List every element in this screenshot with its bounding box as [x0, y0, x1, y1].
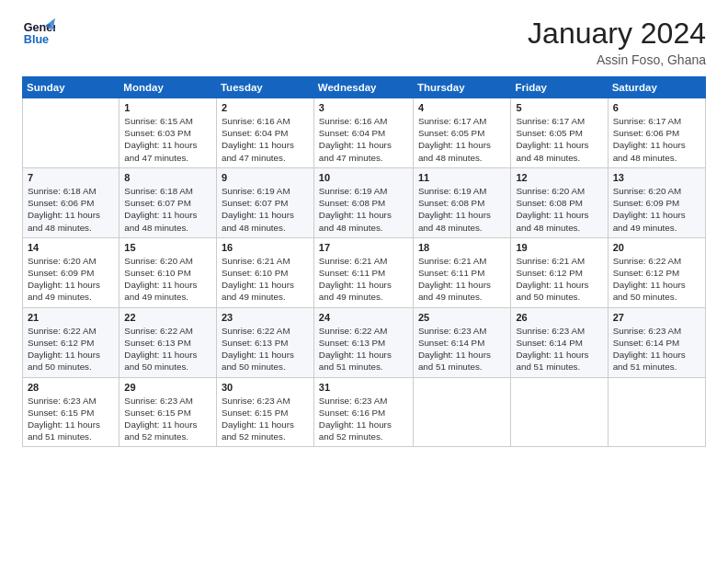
- day-number: 22: [124, 312, 211, 323]
- calendar-cell: 14Sunrise: 6:20 AMSunset: 6:09 PMDayligh…: [23, 237, 119, 307]
- day-info: Sunrise: 6:22 AMSunset: 6:12 PMDaylight:…: [613, 255, 700, 304]
- day-info: Sunrise: 6:20 AMSunset: 6:09 PMDaylight:…: [28, 255, 114, 304]
- calendar-cell: [511, 377, 608, 447]
- day-number: 23: [222, 312, 309, 323]
- calendar-cell: 9Sunrise: 6:19 AMSunset: 6:07 PMDaylight…: [216, 167, 313, 237]
- page: General Blue January 2024 Assin Foso, Gh…: [0, 0, 728, 563]
- day-number: 26: [516, 312, 602, 323]
- calendar-header-friday: Friday: [511, 77, 608, 98]
- day-info: Sunrise: 6:21 AMSunset: 6:11 PMDaylight:…: [319, 255, 408, 304]
- calendar-cell: 8Sunrise: 6:18 AMSunset: 6:07 PMDaylight…: [119, 167, 217, 237]
- calendar-header-thursday: Thursday: [413, 77, 511, 98]
- day-info: Sunrise: 6:16 AMSunset: 6:04 PMDaylight:…: [222, 115, 309, 164]
- calendar-cell: 6Sunrise: 6:17 AMSunset: 6:06 PMDaylight…: [608, 98, 705, 168]
- calendar-cell: [413, 377, 511, 447]
- day-number: 5: [516, 102, 602, 113]
- calendar-cell: 28Sunrise: 6:23 AMSunset: 6:15 PMDayligh…: [23, 377, 119, 447]
- day-info: Sunrise: 6:21 AMSunset: 6:12 PMDaylight:…: [516, 255, 602, 304]
- calendar-cell: 1Sunrise: 6:15 AMSunset: 6:03 PMDaylight…: [119, 98, 217, 168]
- calendar-cell: 5Sunrise: 6:17 AMSunset: 6:05 PMDaylight…: [511, 98, 608, 168]
- header: General Blue January 2024 Assin Foso, Gh…: [22, 17, 706, 67]
- day-info: Sunrise: 6:16 AMSunset: 6:04 PMDaylight:…: [319, 115, 408, 164]
- day-number: 30: [222, 382, 309, 393]
- logo: General Blue: [22, 17, 55, 50]
- calendar-week-row: 1Sunrise: 6:15 AMSunset: 6:03 PMDaylight…: [23, 98, 706, 168]
- day-info: Sunrise: 6:19 AMSunset: 6:08 PMDaylight:…: [418, 185, 506, 234]
- day-info: Sunrise: 6:22 AMSunset: 6:12 PMDaylight:…: [28, 325, 114, 373]
- calendar-cell: 21Sunrise: 6:22 AMSunset: 6:12 PMDayligh…: [23, 307, 119, 377]
- month-year-title: January 2024: [528, 17, 706, 51]
- day-number: 11: [418, 172, 506, 183]
- day-info: Sunrise: 6:23 AMSunset: 6:15 PMDaylight:…: [28, 395, 114, 443]
- day-info: Sunrise: 6:23 AMSunset: 6:16 PMDaylight:…: [319, 395, 408, 443]
- calendar-header-tuesday: Tuesday: [216, 77, 313, 98]
- day-number: 31: [319, 382, 408, 393]
- day-number: 21: [28, 312, 114, 323]
- calendar-cell: [23, 98, 119, 168]
- calendar-cell: 24Sunrise: 6:22 AMSunset: 6:13 PMDayligh…: [313, 307, 413, 377]
- day-info: Sunrise: 6:22 AMSunset: 6:13 PMDaylight:…: [319, 325, 408, 373]
- day-number: 12: [516, 172, 602, 183]
- calendar-cell: 12Sunrise: 6:20 AMSunset: 6:08 PMDayligh…: [511, 167, 608, 237]
- day-number: 4: [418, 102, 506, 113]
- calendar-cell: 19Sunrise: 6:21 AMSunset: 6:12 PMDayligh…: [511, 237, 608, 307]
- calendar-cell: 30Sunrise: 6:23 AMSunset: 6:15 PMDayligh…: [216, 377, 313, 447]
- day-number: 10: [319, 172, 408, 183]
- day-info: Sunrise: 6:18 AMSunset: 6:06 PMDaylight:…: [28, 185, 114, 234]
- day-number: 17: [319, 242, 408, 253]
- logo-icon: General Blue: [22, 17, 55, 50]
- calendar-cell: 26Sunrise: 6:23 AMSunset: 6:14 PMDayligh…: [511, 307, 608, 377]
- calendar-cell: 22Sunrise: 6:22 AMSunset: 6:13 PMDayligh…: [119, 307, 217, 377]
- day-info: Sunrise: 6:18 AMSunset: 6:07 PMDaylight:…: [124, 185, 211, 234]
- calendar-header-saturday: Saturday: [608, 77, 705, 98]
- calendar-header-wednesday: Wednesday: [313, 77, 413, 98]
- calendar-table: SundayMondayTuesdayWednesdayThursdayFrid…: [22, 76, 706, 447]
- day-info: Sunrise: 6:20 AMSunset: 6:10 PMDaylight:…: [124, 255, 211, 304]
- calendar-week-row: 28Sunrise: 6:23 AMSunset: 6:15 PMDayligh…: [23, 377, 706, 447]
- day-info: Sunrise: 6:22 AMSunset: 6:13 PMDaylight:…: [222, 325, 309, 373]
- calendar-cell: 15Sunrise: 6:20 AMSunset: 6:10 PMDayligh…: [119, 237, 217, 307]
- day-info: Sunrise: 6:15 AMSunset: 6:03 PMDaylight:…: [124, 115, 211, 164]
- day-number: 16: [222, 242, 309, 253]
- day-number: 18: [418, 242, 506, 253]
- day-number: 24: [319, 312, 408, 323]
- calendar-cell: 13Sunrise: 6:20 AMSunset: 6:09 PMDayligh…: [608, 167, 705, 237]
- calendar-week-row: 21Sunrise: 6:22 AMSunset: 6:12 PMDayligh…: [23, 307, 706, 377]
- calendar-cell: 23Sunrise: 6:22 AMSunset: 6:13 PMDayligh…: [216, 307, 313, 377]
- calendar-header-monday: Monday: [119, 77, 217, 98]
- calendar-cell: 7Sunrise: 6:18 AMSunset: 6:06 PMDaylight…: [23, 167, 119, 237]
- day-info: Sunrise: 6:21 AMSunset: 6:10 PMDaylight:…: [222, 255, 309, 304]
- calendar-week-row: 7Sunrise: 6:18 AMSunset: 6:06 PMDaylight…: [23, 167, 706, 237]
- day-number: 19: [516, 242, 602, 253]
- day-info: Sunrise: 6:20 AMSunset: 6:09 PMDaylight:…: [613, 185, 700, 234]
- day-number: 15: [124, 242, 211, 253]
- calendar-cell: 4Sunrise: 6:17 AMSunset: 6:05 PMDaylight…: [413, 98, 511, 168]
- day-info: Sunrise: 6:20 AMSunset: 6:08 PMDaylight:…: [516, 185, 602, 234]
- calendar-cell: 20Sunrise: 6:22 AMSunset: 6:12 PMDayligh…: [608, 237, 705, 307]
- calendar-cell: [608, 377, 705, 447]
- day-info: Sunrise: 6:23 AMSunset: 6:14 PMDaylight:…: [613, 325, 700, 373]
- day-number: 29: [124, 382, 211, 393]
- day-info: Sunrise: 6:23 AMSunset: 6:15 PMDaylight:…: [222, 395, 309, 443]
- day-number: 14: [28, 242, 114, 253]
- day-info: Sunrise: 6:17 AMSunset: 6:05 PMDaylight:…: [516, 115, 602, 164]
- day-number: 1: [124, 102, 211, 113]
- day-number: 28: [28, 382, 114, 393]
- day-number: 6: [613, 102, 700, 113]
- day-number: 9: [222, 172, 309, 183]
- calendar-header-sunday: Sunday: [23, 77, 119, 98]
- calendar-header-row: SundayMondayTuesdayWednesdayThursdayFrid…: [23, 77, 706, 98]
- day-info: Sunrise: 6:23 AMSunset: 6:14 PMDaylight:…: [516, 325, 602, 373]
- calendar-cell: 25Sunrise: 6:23 AMSunset: 6:14 PMDayligh…: [413, 307, 511, 377]
- day-info: Sunrise: 6:22 AMSunset: 6:13 PMDaylight:…: [124, 325, 211, 373]
- day-info: Sunrise: 6:17 AMSunset: 6:05 PMDaylight:…: [418, 115, 506, 164]
- day-number: 2: [222, 102, 309, 113]
- calendar-cell: 3Sunrise: 6:16 AMSunset: 6:04 PMDaylight…: [313, 98, 413, 168]
- day-info: Sunrise: 6:21 AMSunset: 6:11 PMDaylight:…: [418, 255, 506, 304]
- calendar-cell: 29Sunrise: 6:23 AMSunset: 6:15 PMDayligh…: [119, 377, 217, 447]
- day-info: Sunrise: 6:19 AMSunset: 6:07 PMDaylight:…: [222, 185, 309, 234]
- day-info: Sunrise: 6:23 AMSunset: 6:15 PMDaylight:…: [124, 395, 211, 443]
- day-number: 27: [613, 312, 700, 323]
- day-info: Sunrise: 6:19 AMSunset: 6:08 PMDaylight:…: [319, 185, 408, 234]
- calendar-cell: 18Sunrise: 6:21 AMSunset: 6:11 PMDayligh…: [413, 237, 511, 307]
